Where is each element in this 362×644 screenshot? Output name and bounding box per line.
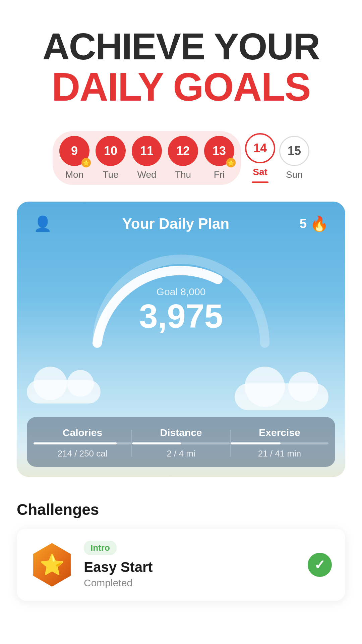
cloud1 — [27, 380, 101, 404]
day-number-wed: 11 — [140, 144, 154, 158]
stat-calories-label: Calories — [63, 427, 102, 438]
day-number-sun: 15 — [288, 144, 301, 158]
day-circle-wed[interactable]: 11 — [132, 136, 162, 166]
day-label-tue: Tue — [103, 169, 118, 180]
badge-hex: ⭐ — [30, 543, 74, 587]
challenge-badge: ⭐ — [30, 543, 74, 587]
stat-distance-fill — [132, 442, 181, 444]
day-item-fri[interactable]: 13 ⭐ Fri — [204, 136, 234, 180]
day-label-wed: Wed — [137, 169, 156, 180]
stats-bar: Calories 214 / 250 cal Distance 2 / 4 mi… — [27, 417, 335, 467]
stat-calories-fill — [34, 442, 117, 444]
day-label-sat: Sat — [253, 167, 267, 177]
day-label-sun: Sun — [286, 169, 303, 180]
day-number-tue: 10 — [104, 144, 117, 158]
stat-exercise-label: Exercise — [259, 427, 300, 438]
stat-distance-track — [132, 442, 230, 444]
stat-exercise: Exercise 21 / 41 min — [231, 427, 328, 459]
day-circle-fri[interactable]: 13 ⭐ — [204, 136, 234, 166]
streak-display: 5 🔥 — [300, 215, 328, 232]
cloud2 — [235, 383, 328, 410]
today-underline — [252, 181, 268, 183]
hero-section: ACHIEVE YOUR DAILY GOALS — [0, 0, 362, 121]
gauge-container: Goal 8,000 3,975 — [17, 239, 345, 363]
challenge-info: Intro Easy Start Completed — [84, 541, 298, 589]
week-calendar: 9 ⭐ Mon 10 Tue 11 Wed 12 Thu — [0, 121, 362, 188]
challenge-tag: Intro — [84, 541, 117, 555]
challenges-section: Challenges ⭐ Intro Easy Start Completed … — [0, 490, 362, 621]
clouds-area — [17, 363, 345, 417]
day-number-mon: 9 — [71, 144, 78, 158]
user-icon[interactable]: 👤 — [34, 215, 52, 232]
stat-distance-value: 2 / 4 mi — [167, 448, 195, 459]
challenge-name: Easy Start — [84, 559, 298, 575]
day-star-fri: ⭐ — [226, 158, 236, 167]
card-title: Your Daily Plan — [122, 215, 230, 232]
day-star-mon: ⭐ — [81, 158, 91, 167]
stat-distance-label: Distance — [160, 427, 202, 438]
gauge-steps-value: 3,975 — [139, 298, 223, 334]
streak-count: 5 — [300, 217, 307, 231]
day-item-mon[interactable]: 9 ⭐ Mon — [59, 136, 89, 180]
day-label-mon: Mon — [65, 169, 83, 180]
stat-distance: Distance 2 / 4 mi — [132, 427, 230, 459]
day-circle-thu[interactable]: 12 — [168, 136, 198, 166]
stat-exercise-track — [231, 442, 328, 444]
day-circle-sat[interactable]: 14 — [245, 133, 275, 163]
day-label-fri: Fri — [214, 169, 225, 180]
stat-calories-track — [34, 442, 131, 444]
gauge-text: Goal 8,000 3,975 — [139, 286, 223, 334]
day-circle-sun[interactable]: 15 — [279, 136, 309, 166]
stat-calories: Calories 214 / 250 cal — [34, 427, 131, 459]
challenge-check: ✓ — [308, 553, 332, 577]
day-item-sat[interactable]: 14 Sat — [245, 133, 275, 183]
hero-line1: ACHIEVE YOUR — [20, 27, 342, 66]
stat-calories-value: 214 / 250 cal — [58, 448, 108, 459]
gauge-goal: Goal 8,000 — [139, 286, 223, 298]
day-item-wed[interactable]: 11 Wed — [132, 136, 162, 180]
day-label-thu: Thu — [175, 169, 191, 180]
challenges-title: Challenges — [17, 500, 345, 519]
daily-plan-card: 👤 Your Daily Plan 5 🔥 Goal 8,000 3,975 C… — [17, 202, 345, 477]
day-item-sun[interactable]: 15 Sun — [279, 136, 309, 180]
check-icon: ✓ — [314, 557, 325, 573]
day-circle-mon[interactable]: 9 ⭐ — [59, 136, 89, 166]
challenge-card[interactable]: ⭐ Intro Easy Start Completed ✓ — [17, 529, 345, 601]
hero-line2: DAILY GOALS — [20, 66, 342, 108]
stat-exercise-value: 21 / 41 min — [258, 448, 301, 459]
day-circle-tue[interactable]: 10 — [96, 136, 126, 166]
stat-exercise-fill — [231, 442, 281, 444]
week-strip: 9 ⭐ Mon 10 Tue 11 Wed 12 Thu — [53, 131, 241, 185]
day-number-sat: 14 — [253, 141, 267, 155]
card-header: 👤 Your Daily Plan 5 🔥 — [17, 202, 345, 239]
day-item-thu[interactable]: 12 Thu — [168, 136, 198, 180]
fire-icon: 🔥 — [310, 215, 328, 232]
challenge-status: Completed — [84, 577, 298, 589]
day-number-fri: 13 — [213, 144, 226, 158]
day-number-thu: 12 — [176, 144, 190, 158]
day-item-tue[interactable]: 10 Tue — [96, 136, 126, 180]
